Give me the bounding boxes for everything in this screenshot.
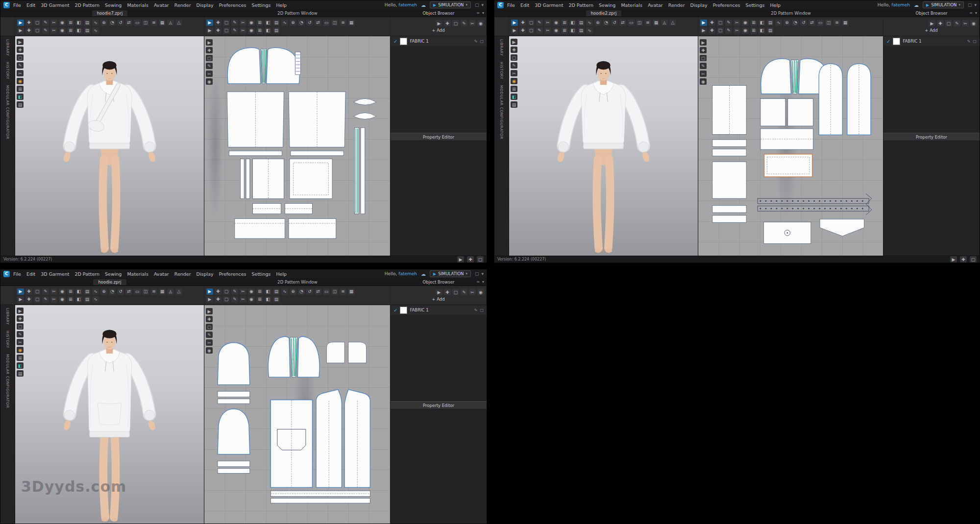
zipper-3d-icon[interactable]: ⊕ <box>100 20 107 26</box>
app-logo-icon[interactable]: C <box>3 271 10 277</box>
texture-2d-icon[interactable]: ✎ <box>725 27 732 34</box>
circle-icon[interactable]: ⊞ <box>750 20 757 26</box>
view-front-icon[interactable]: ▶ <box>17 308 24 314</box>
cut-and-sew-icon[interactable]: ↺ <box>306 288 313 295</box>
pen-3d-icon[interactable]: ✎ <box>536 20 543 26</box>
fabric-tab-icon[interactable]: ✚ <box>444 20 451 26</box>
show-seamline-2d-icon[interactable]: ▶ <box>206 296 213 303</box>
network-icon[interactable]: ▢ <box>970 256 977 262</box>
transform-pattern-icon[interactable]: ▶ <box>700 20 707 26</box>
select-move-icon[interactable]: ✚ <box>25 20 32 26</box>
solidify-icon[interactable]: ▤ <box>84 288 91 295</box>
show-pins-icon[interactable]: ✎ <box>42 296 49 303</box>
shadow-icon[interactable]: ◧ <box>569 27 576 34</box>
notch-icon[interactable]: ▤ <box>273 20 280 26</box>
menu-render[interactable]: Render <box>174 2 191 8</box>
fabric-tab-icon[interactable]: ✚ <box>937 20 944 26</box>
fit-2d-icon[interactable]: ◉ <box>700 78 707 85</box>
add-button[interactable]: + Add <box>925 28 937 33</box>
measure-3d-icon[interactable]: ⇄ <box>619 20 626 26</box>
quality-icon[interactable]: ▤ <box>84 27 91 34</box>
tape-icon[interactable]: ↺ <box>117 20 124 26</box>
zipper-2d-icon[interactable]: ◫ <box>825 20 832 26</box>
buttonhole-icon[interactable]: ▭ <box>817 20 824 26</box>
panel-toggle-icon[interactable]: ▾ <box>481 2 484 7</box>
object-browser-collapse-icon[interactable]: ▾ <box>482 280 484 284</box>
button-3d-icon[interactable]: ◔ <box>109 20 116 26</box>
render-style-icon[interactable]: ▤ <box>17 370 24 377</box>
button-3d-icon[interactable]: ◔ <box>109 288 116 295</box>
texture-2d-icon[interactable]: ✎ <box>231 296 238 303</box>
show-baseline-icon[interactable]: ▢ <box>223 296 230 303</box>
show-grainline-icon[interactable]: ✚ <box>215 296 221 303</box>
edit-fabric-icon[interactable]: ✎ <box>967 39 971 44</box>
menu-materials[interactable]: Materials <box>621 2 642 8</box>
edit-fabric-icon[interactable]: ✎ <box>474 39 478 44</box>
edit-pattern-icon[interactable]: ✚ <box>215 288 221 295</box>
fabric-list-item[interactable]: ✓ FABRIC 1 ✎▢ <box>883 36 980 46</box>
menu-sewing[interactable]: Sewing <box>105 271 122 277</box>
bag-and-strip-pieces[interactable] <box>354 98 376 214</box>
fabric-options-icon[interactable]: ▢ <box>973 39 977 44</box>
show-grain-icon[interactable]: ✂ <box>206 339 213 346</box>
measure-3d-icon[interactable]: ⇄ <box>125 288 132 295</box>
menu-display[interactable]: Display <box>196 271 214 277</box>
shadow-icon[interactable]: ◧ <box>75 296 82 303</box>
library-folder-icon[interactable]: ◉ <box>511 78 517 84</box>
side-panel-pieces[interactable] <box>712 85 746 222</box>
front-panel-pieces[interactable] <box>270 389 370 487</box>
hood-pieces[interactable] <box>227 48 300 84</box>
check-icon[interactable]: ✓ <box>886 39 890 44</box>
list-view-icon[interactable]: ✂ <box>469 289 476 295</box>
sidebar-label-library[interactable]: LIBRARY <box>5 308 10 325</box>
view-back-icon[interactable]: ✚ <box>511 47 517 53</box>
surface-view-icon[interactable]: ◉ <box>59 27 66 34</box>
panel-toggle-icon[interactable]: ▾ <box>481 271 484 276</box>
trace-icon[interactable]: ◔ <box>298 288 305 295</box>
menu-avatar[interactable]: Avatar <box>154 2 169 8</box>
buttonhole-icon[interactable]: ▭ <box>323 288 330 295</box>
pattern-outline-icon[interactable]: ▶ <box>206 308 213 314</box>
view-right-icon[interactable]: ✎ <box>511 62 517 69</box>
object-browser-menu-icon[interactable]: ≡ <box>476 11 480 15</box>
show-grain-icon[interactable]: ✂ <box>206 71 213 77</box>
render-style-icon[interactable]: ▤ <box>17 101 24 108</box>
pen-3d-icon[interactable]: ✎ <box>42 20 49 26</box>
show-sewing-icon[interactable]: ▢ <box>700 55 707 61</box>
seam-tape-icon[interactable]: ∿ <box>281 20 288 26</box>
show-notches-icon[interactable]: ✎ <box>206 332 213 338</box>
trace-icon[interactable]: ◔ <box>298 20 305 26</box>
seam-tape-icon[interactable]: ∿ <box>775 20 782 26</box>
sidebar-label-modular-configurator[interactable]: MODULAR CONFIGURATOR <box>5 354 10 408</box>
fabric-swatch[interactable] <box>400 307 407 314</box>
show-sewing-icon[interactable]: ▢ <box>206 324 213 330</box>
menu-materials[interactable]: Materials <box>127 271 148 277</box>
pleats-icon[interactable]: ≡ <box>833 20 840 26</box>
project-tab[interactable]: hoodie7.zprj <box>92 10 128 16</box>
cut-and-sew-icon[interactable]: ↺ <box>306 20 313 26</box>
texture-paint-icon[interactable]: ◫ <box>142 288 149 295</box>
show-grain-icon[interactable]: ✂ <box>700 71 707 77</box>
colorway-icon[interactable]: ◧ <box>511 94 517 100</box>
pattern-pieces-svg[interactable] <box>204 36 390 256</box>
edit-pattern-icon[interactable]: ✚ <box>709 20 715 26</box>
add-button[interactable]: + Add <box>432 297 444 302</box>
sidebar-label-history[interactable]: HISTORY <box>499 62 504 79</box>
sidebar-label-history[interactable]: HISTORY <box>5 62 10 79</box>
add-point-icon[interactable]: ✎ <box>231 20 238 26</box>
pleats-icon[interactable]: ≡ <box>340 288 346 295</box>
scissors-3d-icon[interactable]: ▭ <box>134 20 141 26</box>
menu-help[interactable]: Help <box>276 2 287 8</box>
user-name[interactable]: fatemeh <box>398 2 417 7</box>
pattern-fill-icon[interactable]: ✚ <box>700 47 707 53</box>
cloud-sync-icon[interactable]: ☁ <box>421 271 426 277</box>
menu-2d-pattern[interactable]: 2D Pattern <box>568 2 593 8</box>
menu-materials[interactable]: Materials <box>127 2 148 8</box>
edit-curvature-icon[interactable]: ▢ <box>223 20 230 26</box>
viewport-3d[interactable]: ▶✚▢✎✂◉⊞◧▤ 3Dyyds.com <box>15 305 204 524</box>
menu-file[interactable]: File <box>507 2 515 8</box>
view-left-icon[interactable]: ▢ <box>511 54 517 61</box>
fold-arrangement-icon[interactable]: ⊞ <box>67 288 74 295</box>
snap-icon[interactable]: ▤ <box>273 27 280 34</box>
light-icon[interactable]: ⊞ <box>67 27 74 34</box>
